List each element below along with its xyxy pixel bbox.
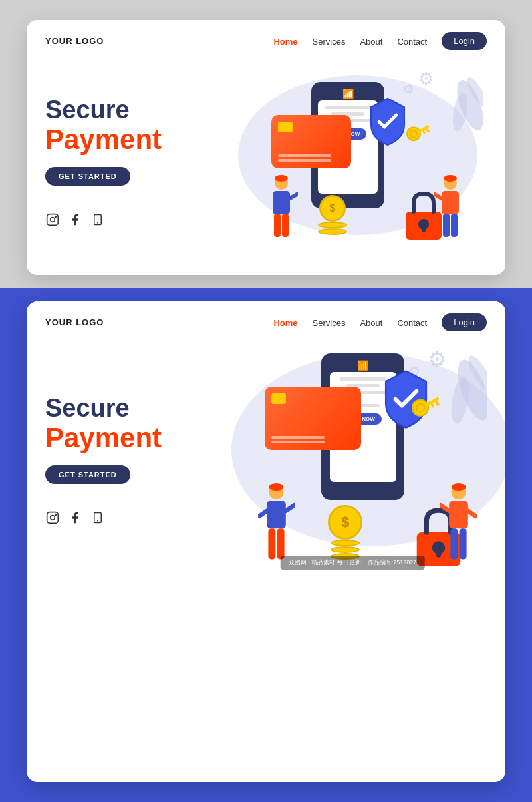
svg-rect-56 [460,528,467,559]
hero-title-payment-bottom: Payment [45,423,218,453]
hero-title-secure-top: Secure [45,97,218,124]
watermark-code: 作品编号:7512827 [368,559,417,566]
nav-about-link-top[interactable]: About [360,37,382,47]
dollar-coin-bottom: $ [328,505,362,540]
social-icons-bottom [45,510,218,525]
card-line-2-bottom [271,441,325,443]
svg-rect-55 [450,528,458,559]
nav-about-bottom[interactable]: About [360,317,382,329]
hero-text-top: Secure Payment GET STARTED [45,97,218,227]
nav-contact-link-bottom[interactable]: Contact [397,318,427,328]
card-lines-top [278,154,344,162]
nav-login-bottom[interactable]: Login [442,313,487,331]
nav-services-link-top[interactable]: Services [313,37,346,47]
svg-point-21 [275,175,288,182]
navbar-top: YOUR LOGO Home Services About Contact Lo… [27,20,505,62]
instagram-icon-top[interactable] [45,212,60,227]
nav-home-bottom[interactable]: Home [273,317,297,329]
person-left-top [265,175,298,248]
nav-contact-bottom[interactable]: Contact [397,317,427,329]
hero-bottom: Secure Payment GET STARTED [27,343,505,590]
svg-rect-19 [274,214,281,237]
card-lines-bottom [271,436,354,443]
dollar-coin-top: $ [319,195,346,222]
coin-flat-1-top [318,222,347,228]
card-chip-top [278,122,293,132]
hero-top: Secure Payment GET STARTED [27,62,505,275]
facebook-icon-top[interactable] [68,212,82,227]
watermark-tagline: 精品素材·每日更新 [311,559,361,566]
svg-rect-10 [422,224,426,232]
nav-services-bottom[interactable]: Services [313,317,346,329]
gear-small-icon-top: ⚙ [403,82,414,97]
hero-title-payment-top: Payment [45,124,218,155]
nav-contact-top[interactable]: Contact [397,35,427,47]
card-line-1-bottom [271,436,325,439]
svg-rect-17 [273,191,290,214]
navbar-bottom: YOUR LOGO Home Services About Contact Lo… [27,301,505,343]
nav-home-link-top[interactable]: Home [273,37,297,47]
card-bottom-inner: YOUR LOGO Home Services About Contact Lo… [27,301,505,590]
person-right-bottom [440,483,477,570]
svg-rect-28 [47,512,59,524]
svg-line-53 [440,505,449,511]
nav-services-top[interactable]: Services [313,35,346,47]
get-started-button-top[interactable]: GET STARTED [45,167,130,186]
nav-login-top[interactable]: Login [442,32,487,50]
nav-home-link-bottom[interactable]: Home [273,318,297,328]
illustration-top: ⚙ ⚙ 📶 [218,62,487,262]
login-button-top[interactable]: Login [442,32,487,50]
svg-point-11 [404,125,422,143]
logo-bottom: YOUR LOGO [45,317,104,327]
svg-line-47 [259,511,267,516]
nav-links-bottom: Home Services About Contact Login [273,313,487,331]
credit-card-illustration-top [271,115,351,168]
hero-text-bottom: Secure Payment GET STARTED [45,395,218,525]
svg-point-27 [444,175,457,182]
facebook-icon-bottom[interactable] [68,510,82,525]
nav-contact-link-top[interactable]: Contact [397,37,427,47]
card-top-inner: YOUR LOGO Home Services About Contact Lo… [27,20,505,275]
svg-point-39 [410,397,432,419]
svg-point-50 [269,483,284,491]
mobile-icon-bottom[interactable] [90,510,105,525]
wifi-icon-bottom: 📶 [357,360,368,371]
svg-point-1 [51,218,55,222]
coins-illustration-bottom: $ [328,505,362,560]
svg-line-24 [434,194,442,198]
svg-rect-48 [268,528,275,559]
nav-home-top[interactable]: Home [273,35,297,47]
card-line-1-top [278,154,331,157]
gear-large-icon-top: ⚙ [418,69,434,89]
svg-rect-23 [442,191,459,214]
nav-services-link-bottom[interactable]: Services [313,318,346,328]
card-chip-bottom [271,393,286,404]
top-section: YOUR LOGO Home Services About Contact Lo… [0,0,532,288]
social-icons-top [45,212,218,227]
bottom-section: YOUR LOGO Home Services About Contact Lo… [0,288,532,802]
login-button-bottom[interactable]: Login [442,313,487,331]
instagram-icon-bottom[interactable] [45,510,60,525]
svg-point-57 [452,483,466,491]
svg-rect-25 [443,214,450,237]
nav-about-top[interactable]: About [360,35,382,47]
svg-rect-26 [451,214,458,237]
svg-line-18 [290,194,298,198]
nav-about-link-bottom[interactable]: About [360,318,382,328]
svg-line-54 [468,511,475,516]
get-started-button-bottom[interactable]: GET STARTED [45,465,130,484]
coin-flat-2-bottom [331,546,360,553]
credit-card-illustration-bottom [265,387,361,450]
wifi-icon-top: 📶 [342,89,354,99]
svg-point-2 [55,216,57,218]
mobile-icon-top[interactable] [90,212,105,227]
svg-point-29 [51,516,55,520]
hero-title-secure-bottom: Secure [45,395,218,423]
svg-line-46 [286,505,295,511]
shield-illustration-top [364,95,411,148]
svg-point-30 [55,514,57,516]
card-top: YOUR LOGO Home Services About Contact Lo… [27,20,505,275]
coins-illustration-top: $ [318,195,347,235]
card-bottom: YOUR LOGO Home Services About Contact Lo… [27,301,505,782]
illustration-bottom: ⚙ ⚙ 📶 [218,343,487,576]
